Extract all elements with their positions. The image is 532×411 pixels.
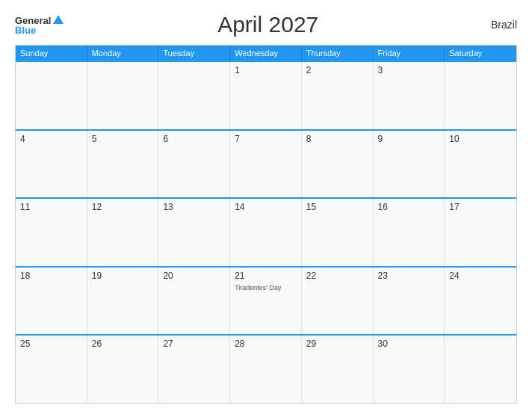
day-event: Tiradentes' Day	[235, 284, 297, 293]
day-number: 29	[306, 339, 368, 349]
day-cell	[87, 62, 159, 129]
day-cell: 6	[158, 131, 230, 198]
day-cell: 16	[374, 199, 445, 266]
weeks-container: 123456789101112131415161718192021Tiraden…	[16, 61, 516, 403]
country-label: Brazil	[472, 19, 517, 31]
day-header-monday: Monday	[87, 46, 159, 61]
day-number: 18	[20, 271, 82, 281]
day-number: 24	[449, 271, 512, 281]
week-row-3: 11121314151617	[16, 197, 516, 266]
day-number: 4	[20, 134, 82, 144]
day-number: 15	[306, 202, 368, 212]
day-cell	[158, 62, 230, 129]
day-number: 17	[449, 202, 512, 212]
day-number: 5	[92, 134, 154, 144]
day-number: 10	[449, 134, 512, 144]
day-cell: 27	[158, 336, 230, 403]
day-number: 23	[378, 271, 440, 281]
day-number: 7	[235, 134, 297, 144]
day-cell: 2	[302, 62, 374, 129]
day-header-sunday: Sunday	[16, 46, 87, 61]
day-cell: 12	[87, 199, 159, 266]
day-cell: 9	[374, 131, 445, 198]
day-number: 26	[92, 339, 154, 349]
day-cell: 29	[302, 336, 374, 403]
day-number: 3	[378, 65, 440, 75]
day-cell: 22	[302, 268, 374, 335]
day-cell: 28	[230, 336, 302, 403]
day-cell: 25	[16, 336, 87, 403]
day-number: 1	[235, 65, 297, 75]
day-headers-row: SundayMondayTuesdayWednesdayThursdayFrid…	[16, 46, 516, 61]
day-cell: 24	[445, 268, 516, 335]
logo-triangle-icon	[53, 15, 64, 24]
day-cell: 15	[302, 199, 374, 266]
day-cell: 5	[87, 131, 159, 198]
day-cell: 18	[16, 268, 87, 335]
day-cell: 19	[87, 268, 159, 335]
logo-blue: Blue	[15, 25, 64, 35]
day-cell	[445, 62, 516, 129]
day-cell: 14	[230, 199, 302, 266]
calendar-grid: SundayMondayTuesdayWednesdayThursdayFrid…	[15, 45, 517, 404]
day-header-saturday: Saturday	[445, 46, 516, 61]
day-number: 19	[92, 271, 154, 281]
day-number: 13	[163, 202, 225, 212]
header: General Blue April 2027 Brazil	[15, 12, 517, 37]
day-number: 6	[163, 134, 225, 144]
day-number: 12	[92, 202, 154, 212]
calendar-title: April 2027	[64, 12, 472, 37]
day-cell: 17	[445, 199, 516, 266]
day-cell: 30	[374, 336, 445, 403]
week-row-4: 18192021Tiradentes' Day222324	[16, 266, 516, 335]
day-number: 28	[235, 339, 297, 349]
logo-general: General	[15, 16, 51, 25]
day-number: 9	[378, 134, 440, 144]
day-header-wednesday: Wednesday	[230, 46, 302, 61]
day-number: 25	[20, 339, 82, 349]
week-row-2: 45678910	[16, 129, 516, 198]
day-number: 8	[306, 134, 368, 144]
day-number: 22	[306, 271, 368, 281]
day-cell: 13	[158, 199, 230, 266]
day-number: 30	[378, 339, 440, 349]
week-row-5: 252627282930	[16, 334, 516, 403]
day-cell: 21Tiradentes' Day	[230, 268, 302, 335]
week-row-1: 123	[16, 61, 516, 129]
day-header-thursday: Thursday	[302, 46, 374, 61]
day-cell: 10	[445, 131, 516, 198]
day-number: 11	[20, 202, 82, 212]
day-cell: 8	[302, 131, 374, 198]
logo: General Blue	[15, 15, 64, 35]
calendar-page: General Blue April 2027 Brazil SundayMon…	[0, 0, 532, 411]
day-cell	[16, 62, 87, 129]
day-header-tuesday: Tuesday	[158, 46, 230, 61]
day-number: 21	[235, 271, 297, 281]
day-cell	[445, 336, 516, 403]
day-cell: 4	[16, 131, 87, 198]
day-cell: 3	[374, 62, 445, 129]
day-number: 16	[378, 202, 440, 212]
day-header-friday: Friday	[374, 46, 445, 61]
day-cell: 7	[230, 131, 302, 198]
day-number: 2	[306, 65, 368, 75]
day-cell: 20	[158, 268, 230, 335]
day-number: 20	[163, 271, 225, 281]
day-cell: 1	[230, 62, 302, 129]
day-cell: 26	[87, 336, 159, 403]
day-cell: 23	[374, 268, 445, 335]
day-cell: 11	[16, 199, 87, 266]
day-number: 27	[163, 339, 225, 349]
day-number: 14	[235, 202, 297, 212]
